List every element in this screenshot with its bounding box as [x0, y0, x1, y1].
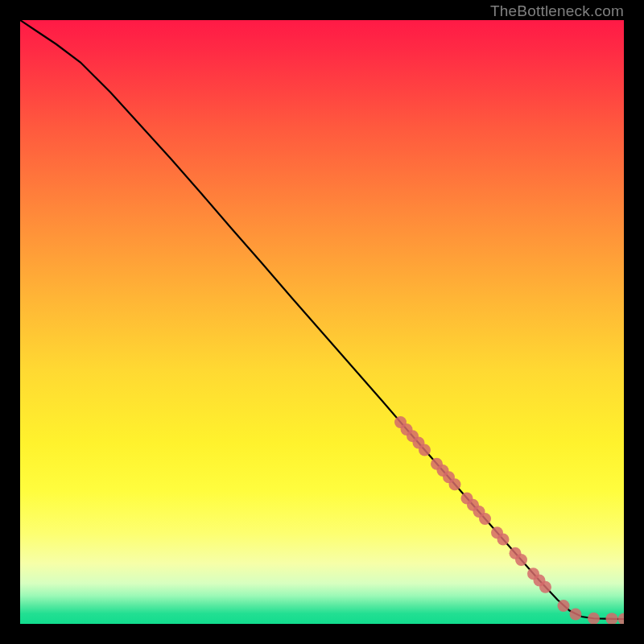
bottleneck-curve [20, 20, 624, 619]
data-marker [419, 444, 431, 456]
data-marker [558, 600, 570, 612]
plot-area [20, 20, 624, 624]
data-marker [515, 554, 527, 566]
data-marker [449, 478, 461, 490]
watermark-text: TheBottleneck.com [490, 2, 624, 20]
marker-group [394, 416, 624, 624]
data-marker [497, 534, 510, 546]
data-marker [606, 613, 618, 624]
data-marker [570, 609, 582, 621]
data-marker [539, 581, 551, 593]
data-marker [588, 613, 600, 624]
data-marker [618, 613, 625, 625]
chart-svg [20, 20, 624, 624]
chart-frame: TheBottleneck.com [0, 0, 644, 644]
data-marker [479, 513, 491, 525]
